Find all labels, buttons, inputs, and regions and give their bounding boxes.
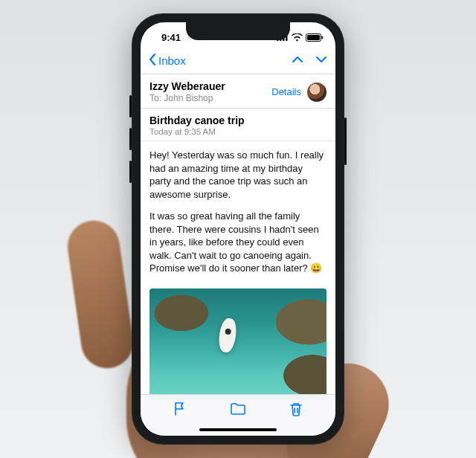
flag-button[interactable] [172, 401, 188, 420]
to-label: To: [149, 93, 161, 103]
recipient-row[interactable]: To: John Bishop [149, 93, 271, 103]
chevron-left-icon [148, 53, 157, 68]
move-to-folder-button[interactable] [229, 401, 247, 420]
subject-block: Birthday canoe trip Today at 9:35 AM [141, 109, 335, 141]
svg-rect-6 [322, 36, 324, 39]
home-indicator[interactable] [199, 428, 277, 431]
body-paragraph: Hey! Yesterday was so much fun. I really… [149, 149, 327, 201]
mail-nav-bar: Inbox [141, 48, 335, 74]
attachment-image[interactable] [149, 288, 327, 400]
wifi-icon [292, 33, 303, 42]
folder-icon [229, 401, 247, 417]
status-time: 9:41 [152, 32, 190, 43]
display-notch [186, 22, 290, 40]
avatar[interactable] [307, 83, 327, 102]
svg-rect-5 [307, 35, 320, 40]
recipient-name: John Bishop [164, 93, 213, 103]
message-body: Hey! Yesterday was so much fun. I really… [141, 141, 335, 288]
delete-button[interactable] [288, 401, 304, 420]
body-paragraph: It was so great having all the family th… [149, 210, 327, 275]
chevron-up-icon [291, 54, 304, 65]
back-label: Inbox [158, 54, 186, 67]
subject-title: Birthday canoe trip [149, 115, 327, 126]
trash-icon [288, 401, 304, 417]
message-header: Izzy Weberauer To: John Bishop Details [141, 74, 335, 109]
sender-name[interactable]: Izzy Weberauer [149, 80, 271, 92]
battery-icon [306, 33, 324, 42]
flag-icon [172, 401, 188, 417]
details-button[interactable]: Details [271, 86, 301, 97]
mail-toolbar [141, 394, 335, 436]
prev-message-button[interactable] [291, 54, 304, 68]
screen: 9:41 Inbox [141, 22, 335, 436]
next-message-button[interactable] [315, 54, 328, 68]
message-date: Today at 9:35 AM [149, 127, 327, 136]
chevron-down-icon [315, 54, 328, 65]
back-to-inbox-button[interactable]: Inbox [148, 53, 186, 68]
canoe-illustration [217, 317, 238, 354]
iphone-device-frame: 9:41 Inbox [132, 13, 344, 445]
